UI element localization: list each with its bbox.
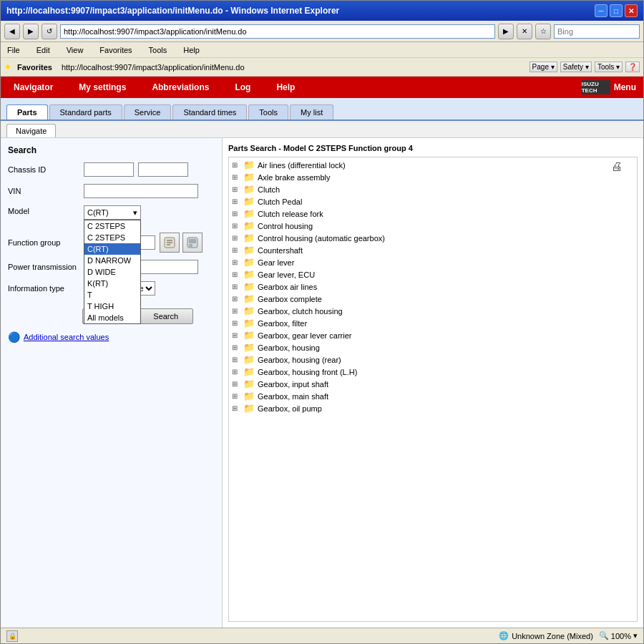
expand-icon[interactable]: ⊞ bbox=[232, 234, 240, 242]
expand-icon[interactable]: ⊞ bbox=[232, 283, 240, 291]
page-dropdown-button[interactable]: Page ▾ bbox=[530, 62, 557, 72]
nav-navigator[interactable]: Navigator bbox=[8, 79, 59, 95]
expand-icon[interactable]: ⊞ bbox=[232, 331, 240, 339]
list-item[interactable]: ⊞ 📁 Gearbox, oil pump bbox=[230, 402, 635, 414]
tools-menu[interactable]: Tools bbox=[146, 44, 170, 56]
model-option-3[interactable]: D NARROW bbox=[84, 255, 140, 266]
list-item[interactable]: ⊞ 📁 Gearbox, housing (rear) bbox=[230, 353, 635, 366]
maximize-button[interactable]: □ bbox=[610, 4, 623, 17]
forward-button[interactable]: ▶ bbox=[23, 24, 39, 39]
favorites-menu[interactable]: Favorites bbox=[97, 44, 135, 56]
minimize-button[interactable]: ─ bbox=[595, 4, 608, 17]
additional-search-link[interactable]: Additional search values bbox=[24, 333, 109, 341]
model-option-6[interactable]: T bbox=[84, 289, 140, 301]
tab-standard-parts[interactable]: Standard parts bbox=[49, 104, 122, 119]
model-option-4[interactable]: D WIDE bbox=[84, 266, 140, 278]
sub-tab-navigate[interactable]: Navigate bbox=[6, 124, 56, 137]
expand-icon[interactable]: ⊞ bbox=[232, 295, 240, 303]
expand-icon[interactable]: ⊞ bbox=[232, 258, 240, 266]
tab-tools[interactable]: Tools bbox=[248, 104, 288, 119]
close-button[interactable]: ✕ bbox=[625, 4, 638, 17]
expand-icon[interactable]: ⊞ bbox=[232, 222, 240, 230]
model-dropdown-trigger[interactable]: C(RT) ▾ bbox=[84, 205, 141, 220]
expand-icon[interactable]: ⊞ bbox=[232, 270, 240, 278]
expand-icon[interactable]: ⊞ bbox=[232, 197, 240, 205]
zoom-dropdown-icon[interactable]: ▾ bbox=[633, 631, 638, 640]
list-item[interactable]: ⊞ 📁 Gearbox, clutch housing bbox=[230, 305, 635, 317]
chassis-id-input-2[interactable] bbox=[138, 162, 188, 177]
help-button[interactable]: ❓ bbox=[625, 62, 640, 72]
expand-icon[interactable]: ⊞ bbox=[232, 185, 240, 193]
nav-help[interactable]: Help bbox=[270, 79, 301, 95]
nav-abbreviations[interactable]: Abbreviations bbox=[146, 79, 215, 95]
expand-icon[interactable]: ⊞ bbox=[232, 161, 240, 169]
list-item[interactable]: ⊞ 📁 Clutch bbox=[230, 183, 635, 195]
list-item[interactable]: ⊞ 📁 Axle brake assembly bbox=[230, 171, 635, 183]
tools-dropdown-button[interactable]: Tools ▾ bbox=[595, 62, 623, 72]
refresh-button[interactable]: ↺ bbox=[42, 24, 57, 39]
list-item[interactable]: ⊞ 📁 Control housing (automatic gearbox) bbox=[230, 232, 635, 244]
list-item[interactable]: ⊞ 📁 Clutch Pedal bbox=[230, 195, 635, 208]
expand-icon[interactable]: ⊞ bbox=[232, 343, 240, 351]
favorites-star-button[interactable]: ☆ bbox=[535, 24, 551, 39]
help-menu[interactable]: Help bbox=[180, 44, 203, 56]
model-option-1[interactable]: C 2STEPS bbox=[84, 232, 140, 243]
nav-my-settings[interactable]: My settings bbox=[73, 79, 132, 95]
list-item[interactable]: ⊞ 📁 Gear lever bbox=[230, 256, 635, 268]
list-item[interactable]: ⊞ 📁 Clutch release fork bbox=[230, 208, 635, 220]
list-item[interactable]: ⊞ 📁 Air lines (differential lock) bbox=[230, 159, 635, 171]
list-item[interactable]: ⊞ 📁 Gearbox, main shaft bbox=[230, 390, 635, 402]
list-item[interactable]: ⊞ 📁 Gearbox air lines bbox=[230, 280, 635, 293]
list-item[interactable]: ⊞ 📁 Gearbox, gear lever carrier bbox=[230, 329, 635, 341]
safety-dropdown-button[interactable]: Safety ▾ bbox=[560, 62, 592, 72]
favorites-link[interactable]: http://localhost:9907/impact3/applicatio… bbox=[58, 62, 248, 73]
expand-icon[interactable]: ⊞ bbox=[232, 356, 240, 364]
expand-icon[interactable]: ⊞ bbox=[232, 380, 240, 388]
list-item[interactable]: ⊞ 📁 Gearbox, housing bbox=[230, 341, 635, 353]
tab-parts[interactable]: Parts bbox=[6, 104, 48, 119]
expand-icon[interactable]: ⊞ bbox=[232, 210, 240, 218]
view-menu[interactable]: View bbox=[64, 44, 87, 56]
status-bar: 🔒 🌐 Unknown Zone (Mixed) 🔍 100% ▾ bbox=[1, 628, 643, 643]
go-button[interactable]: ▶ bbox=[498, 24, 514, 39]
parts-list-container[interactable]: 🖨 ⊞ 📁 Air lines (differential lock) ⊞ 📁 … bbox=[228, 157, 638, 622]
list-item[interactable]: ⊞ 📁 Control housing bbox=[230, 220, 635, 232]
nav-log[interactable]: Log bbox=[229, 79, 256, 95]
tab-service[interactable]: Service bbox=[124, 104, 172, 119]
edit-menu[interactable]: Edit bbox=[34, 44, 53, 56]
model-option-0[interactable]: C 2STEPS bbox=[84, 220, 140, 232]
expand-icon[interactable]: ⊞ bbox=[232, 246, 240, 254]
tab-standard-times[interactable]: Standard times bbox=[172, 104, 247, 119]
model-option-8[interactable]: All models bbox=[84, 312, 140, 323]
expand-icon[interactable]: ⊞ bbox=[232, 173, 240, 181]
list-item[interactable]: ⊞ 📁 Gear lever, ECU bbox=[230, 268, 635, 280]
function-group-icon-btn-1[interactable] bbox=[160, 233, 180, 253]
list-item[interactable]: ⊞ 📁 Gearbox, housing front (L.H) bbox=[230, 366, 635, 378]
model-option-5[interactable]: K(RT) bbox=[84, 278, 140, 289]
print-button[interactable]: 🖨 bbox=[611, 160, 623, 173]
item-label: Gearbox, input shaft bbox=[258, 380, 328, 389]
expand-icon[interactable]: ⊞ bbox=[232, 392, 240, 400]
back-button[interactable]: ◀ bbox=[4, 24, 20, 39]
refresh-stop-button[interactable]: ✕ bbox=[517, 24, 532, 39]
address-input[interactable] bbox=[60, 24, 495, 39]
model-option-2[interactable]: C(RT) bbox=[84, 243, 140, 255]
list-item[interactable]: ⊞ 📁 Gearbox, filter bbox=[230, 317, 635, 329]
list-item[interactable]: ⊞ 📁 Gearbox, input shaft bbox=[230, 378, 635, 390]
expand-icon[interactable]: ⊞ bbox=[232, 307, 240, 315]
item-label: Gear lever, ECU bbox=[258, 270, 315, 279]
model-option-7[interactable]: T HIGH bbox=[84, 301, 140, 312]
list-item[interactable]: ⊞ 📁 Gearbox complete bbox=[230, 293, 635, 305]
expand-icon[interactable]: ⊞ bbox=[232, 368, 240, 376]
expand-icon[interactable]: ⊞ bbox=[232, 404, 240, 412]
search-button[interactable]: Search bbox=[138, 308, 193, 324]
file-menu[interactable]: File bbox=[4, 44, 23, 56]
expand-icon[interactable]: ⊞ bbox=[232, 319, 240, 327]
function-group-icon-btn-2[interactable] bbox=[182, 233, 203, 253]
browser-search-input[interactable] bbox=[554, 24, 640, 39]
list-item[interactable]: ⊞ 📁 Countershaft bbox=[230, 244, 635, 256]
tab-my-list[interactable]: My list bbox=[290, 104, 333, 119]
vin-input[interactable] bbox=[84, 184, 198, 198]
chassis-id-input-1[interactable] bbox=[84, 162, 134, 177]
item-label: Gearbox, clutch housing bbox=[258, 307, 343, 316]
